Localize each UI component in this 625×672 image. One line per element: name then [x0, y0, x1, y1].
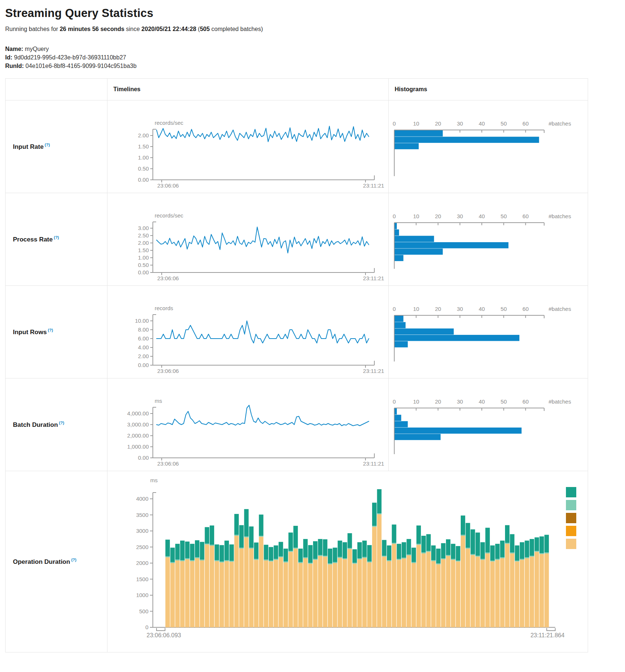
svg-text:0: 0 — [393, 213, 396, 219]
histogram-bars — [395, 316, 519, 347]
batch-duration-histogram-chart: 0102030405060#batches — [389, 378, 588, 471]
svg-text:20: 20 — [435, 398, 441, 405]
axes — [150, 407, 374, 460]
batches-unit-label: #batches — [549, 120, 571, 127]
running-duration: 26 minutes 56 seconds — [60, 26, 124, 32]
summary-suffix: completed batches) — [210, 26, 263, 32]
svg-text:60: 60 — [522, 398, 529, 405]
svg-text:1.50: 1.50 — [138, 143, 149, 150]
svg-text:1.50: 1.50 — [138, 247, 149, 253]
batches-unit-label: #batches — [549, 398, 571, 405]
line-series — [157, 227, 369, 253]
svg-text:10.00: 10.00 — [135, 318, 149, 324]
query-runid-line: RunId: 04e101e6-8bf8-4165-9099-9104c951b… — [5, 63, 620, 69]
svg-text:40: 40 — [479, 306, 485, 312]
table-row-process-rate: Process Rate(?) records/sec3.002.502.001… — [6, 193, 588, 286]
runid-value: 04e101e6-8bf8-4165-9099-9104c951ba3b — [25, 63, 137, 69]
x-axis-start-label: 23:06:06.093 — [147, 632, 181, 638]
svg-text:10: 10 — [413, 120, 419, 127]
metric-name: Input Rate — [13, 143, 44, 150]
table-row-operation-duration: Operation Duration(?) ms4000350030002500… — [6, 471, 588, 652]
process-rate-timeline-chart: records/sec3.002.502.001.501.000.500.002… — [107, 193, 389, 285]
svg-text:2.00: 2.00 — [138, 132, 149, 138]
statistics-table: Timelines Histograms Input Rate(?) recor… — [5, 78, 588, 652]
operation-duration-stacked-chart: ms4000350030002500200015001000500023:06:… — [107, 471, 588, 652]
svg-text:30: 30 — [457, 306, 463, 312]
legend-swatch — [566, 539, 576, 549]
svg-text:500: 500 — [139, 608, 148, 614]
help-icon[interactable]: (?) — [71, 558, 76, 562]
help-icon[interactable]: (?) — [54, 235, 59, 240]
batches-unit-label: #batches — [549, 306, 571, 312]
svg-text:2000: 2000 — [136, 560, 148, 566]
help-icon[interactable]: (?) — [59, 421, 64, 425]
streaming-query-statistics-page: Streaming Query Statistics Running batch… — [0, 7, 625, 652]
y-axis-unit-label: records/sec — [155, 212, 183, 219]
svg-text:60: 60 — [522, 306, 529, 312]
svg-text:30: 30 — [457, 398, 463, 405]
svg-text:40: 40 — [479, 398, 485, 405]
process-rate-label: Process Rate(?) — [6, 193, 107, 286]
svg-text:3,000.00: 3,000.00 — [127, 421, 149, 428]
svg-text:20: 20 — [435, 120, 441, 127]
svg-text:6.00: 6.00 — [138, 335, 149, 342]
legend-swatch — [566, 526, 576, 536]
start-timestamp: 2020/05/21 22:44:28 — [141, 26, 196, 32]
query-metadata: Name: myQuery Id: 9d0dd219-995d-423e-b97… — [5, 46, 620, 69]
histograms-column-header: Histograms — [389, 79, 588, 100]
svg-text:10: 10 — [413, 398, 419, 405]
svg-text:0.00: 0.00 — [138, 269, 149, 275]
svg-text:40: 40 — [479, 120, 485, 127]
id-label: Id: — [5, 54, 13, 61]
y-axis-unit-label: records — [155, 305, 173, 311]
help-icon[interactable]: (?) — [48, 328, 53, 332]
x-axis-start-label: 23:06:06 — [157, 368, 179, 374]
runid-label: RunId: — [5, 63, 24, 69]
input-rows-label: Input Rows(?) — [6, 286, 107, 378]
svg-text:10: 10 — [413, 213, 419, 219]
svg-text:0.50: 0.50 — [138, 262, 149, 268]
metric-name: Batch Duration — [13, 421, 58, 428]
x-axis-end-label: 23:11:21 — [363, 182, 384, 189]
svg-text:0: 0 — [393, 398, 396, 405]
y-axis-unit-label: records/sec — [155, 120, 183, 126]
svg-text:0.00: 0.00 — [138, 362, 149, 368]
legend-swatch — [566, 487, 576, 497]
svg-text:1000: 1000 — [136, 592, 148, 598]
svg-text:1,000.00: 1,000.00 — [127, 443, 149, 450]
legend-swatch — [566, 500, 576, 510]
svg-text:0.00: 0.00 — [138, 455, 149, 461]
svg-text:1.00: 1.00 — [138, 154, 149, 161]
svg-text:60: 60 — [522, 213, 529, 219]
svg-text:40: 40 — [479, 213, 485, 219]
help-icon[interactable]: (?) — [45, 143, 50, 147]
svg-text:4.00: 4.00 — [138, 344, 149, 350]
y-axis-unit-label: ms — [150, 477, 158, 483]
x-axis-end-label: 23:11:21.864 — [530, 632, 564, 638]
table-row-input-rows: Input Rows(?) records10.008.006.004.002.… — [6, 286, 588, 378]
table-header-row: Timelines Histograms — [6, 79, 588, 100]
svg-text:2.50: 2.50 — [138, 232, 149, 239]
x-axis-start-label: 23:06:06 — [157, 275, 179, 281]
svg-text:2,000.00: 2,000.00 — [127, 432, 149, 439]
svg-text:4000: 4000 — [136, 496, 148, 502]
svg-text:1500: 1500 — [136, 576, 148, 582]
legend-swatch — [566, 513, 576, 523]
timelines-column-header: Timelines — [107, 79, 389, 100]
svg-text:2.00: 2.00 — [138, 353, 149, 359]
completed-batch-count: 505 — [200, 26, 210, 32]
axes — [150, 222, 374, 275]
svg-text:0: 0 — [393, 306, 396, 312]
svg-text:30: 30 — [457, 120, 463, 127]
legend — [566, 487, 576, 549]
name-label: Name: — [5, 46, 23, 52]
line-series — [157, 126, 369, 142]
summary-prefix: Running batches for — [5, 26, 60, 32]
x-axis-end-label: 23:11:21 — [363, 460, 384, 467]
input-rate-histogram-chart: 0102030405060#batches — [389, 100, 588, 193]
x-axis-end-label: 23:11:21 — [363, 368, 384, 374]
input-rate-timeline-chart: records/sec2.001.501.000.500.0023:06:062… — [107, 100, 389, 193]
input-rows-histogram-chart: 0102030405060#batches — [389, 286, 588, 378]
page-title: Streaming Query Statistics — [5, 7, 620, 20]
svg-text:50: 50 — [501, 398, 507, 405]
